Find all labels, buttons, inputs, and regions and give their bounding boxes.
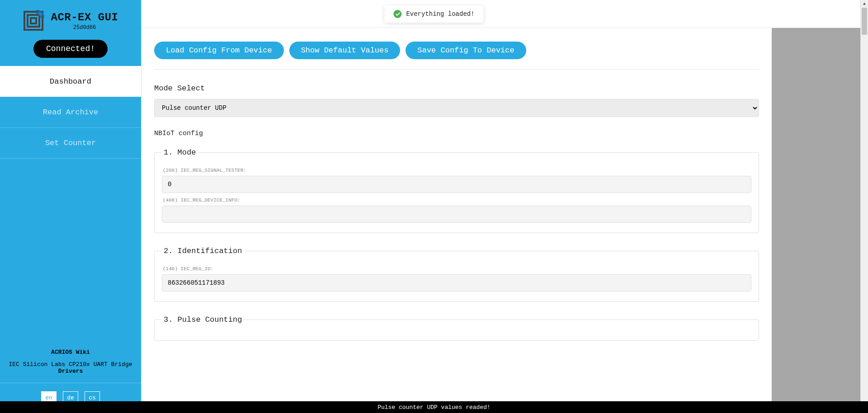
connection-badge[interactable]: Connected! (33, 40, 108, 58)
group-mode: 1. Mode (208) IEC_REG_SIGNAL_TESTER: (40… (154, 148, 759, 233)
sidebar: ACR-EX GUI 25d0d86 Connected! Dashboard … (0, 0, 141, 413)
input-device-info[interactable] (162, 206, 751, 223)
app-title: ACR-EX GUI (51, 11, 118, 23)
toast: Everything loaded! (384, 5, 483, 23)
nav-read-archive[interactable]: Read Archive (0, 97, 141, 127)
brand: ACR-EX GUI 25d0d86 (5, 10, 137, 32)
status-footer-message: Pulse counter UDP values readed! (377, 404, 491, 411)
nav: Dashboard Read Archive Set Counter (0, 66, 141, 159)
field-label-signal-tester: (208) IEC_REG_SIGNAL_TESTER: (163, 168, 751, 173)
mode-select[interactable]: Pulse counter UDP (154, 99, 759, 117)
group-identification: 2. Identification (140) IEC_REG_ID: (154, 247, 759, 302)
check-icon (393, 10, 401, 18)
group-pulse-counting-legend: 3. Pulse Counting (162, 315, 244, 324)
svg-rect-1 (28, 15, 39, 27)
nav-dashboard[interactable]: Dashboard (0, 66, 141, 97)
toast-message: Everything loaded! (406, 10, 474, 18)
main: Load Config From Device Show Default Val… (141, 0, 860, 413)
app-version: 25d0d86 (51, 24, 118, 31)
status-footer: Pulse counter UDP values readed! (0, 401, 868, 413)
brand-logo-icon (23, 10, 44, 32)
field-label-device-info: (408) IEC_REG_DEVICE_INFO: (163, 197, 751, 203)
group-identification-legend: 2. Identification (162, 247, 244, 255)
input-reg-id[interactable] (162, 274, 751, 291)
action-row: Load Config From Device Show Default Val… (154, 42, 759, 70)
svg-rect-2 (31, 18, 36, 23)
input-signal-tester[interactable] (162, 176, 751, 193)
save-config-button[interactable]: Save Config To Device (406, 42, 526, 59)
topbar (142, 0, 860, 28)
show-defaults-button[interactable]: Show Default Values (289, 42, 401, 59)
right-gutter (772, 28, 860, 413)
nav-set-counter[interactable]: Set Counter (0, 127, 141, 159)
link-acrios-wiki[interactable]: ACRIOS Wiki (5, 349, 137, 356)
group-mode-legend: 1. Mode (162, 148, 198, 157)
scroll-thumb[interactable] (862, 8, 867, 35)
content: Load Config From Device Show Default Val… (142, 28, 772, 413)
window-scrollbar[interactable]: ▲ ▼ (860, 0, 868, 413)
link-drivers[interactable]: IEC Silicon Labs CP210x UART Bridge Driv… (5, 361, 137, 375)
field-label-reg-id: (140) IEC_REG_ID: (163, 266, 751, 272)
config-section-title: NBIoT config (154, 130, 759, 137)
group-pulse-counting: 3. Pulse Counting (154, 315, 759, 341)
mode-select-label: Mode Select (154, 84, 759, 93)
scroll-up-icon[interactable]: ▲ (861, 0, 868, 8)
link-drivers-bold: Drivers (58, 368, 83, 375)
link-drivers-prefix: IEC Silicon Labs CP210x UART Bridge (9, 361, 132, 368)
sidebar-links: ACRIOS Wiki IEC Silicon Labs CP210x UART… (0, 342, 141, 383)
load-config-button[interactable]: Load Config From Device (154, 42, 284, 59)
